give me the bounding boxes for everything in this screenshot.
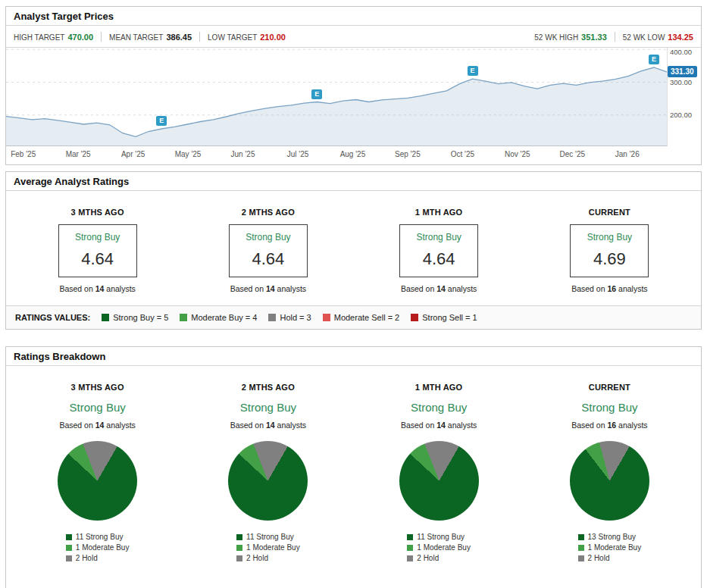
- hold-swatch-icon: [578, 555, 584, 561]
- moderate-buy-swatch-icon: [407, 545, 413, 551]
- x-axis-tick-label: Dec '25: [559, 150, 585, 158]
- based-on-prefix: Based on: [401, 421, 434, 430]
- based-on-suffix: analysts: [618, 284, 648, 293]
- rating-score-box: Strong Buy 4.64: [399, 224, 478, 277]
- based-on-prefix: Based on: [571, 421, 605, 430]
- ratings-pie-chart: [570, 441, 649, 521]
- x-axis-tick-label: Apr '25: [121, 150, 145, 158]
- period-label: 1 MTH AGO: [354, 208, 524, 217]
- y-axis-tick-label: 200.00: [670, 111, 692, 119]
- analyst-count: 14: [95, 421, 105, 430]
- rating-text: Strong Buy: [354, 401, 524, 414]
- strong-buy-swatch-icon: [66, 534, 72, 540]
- price-chart[interactable]: EEEE 400.00300.00200.00331.30 Feb '25Mar…: [6, 48, 701, 164]
- pie-legend-item-moderate-buy: 1 Moderate Buy: [578, 543, 642, 552]
- target-prices-title: Analyst Target Prices: [6, 7, 701, 26]
- pie-legend-item-hold: 2 Hold: [236, 554, 300, 562]
- based-on-prefix: Based on: [571, 284, 605, 293]
- hold-swatch-icon: [236, 555, 242, 561]
- legend-text: Hold = 3: [280, 313, 311, 322]
- based-on-text: Based on 14 analysts: [12, 284, 183, 293]
- legend-text: Strong Sell = 1: [422, 313, 477, 322]
- earnings-marker-icon[interactable]: E: [649, 55, 659, 64]
- ratings-values-label: RATINGS VALUES:: [15, 313, 90, 322]
- rating-score: 4.64: [59, 249, 136, 269]
- legend-item-strong-buy: Strong Buy = 5: [102, 313, 168, 322]
- analyst-count: 14: [95, 284, 105, 293]
- based-on-text: Based on 14 analysts: [183, 421, 353, 430]
- target-stats-right: 52 WK HIGH351.33 52 WK LOW134.25: [534, 30, 693, 43]
- 52wk-low-stat: 52 WK LOW134.25: [623, 30, 693, 43]
- average-ratings-title: Average Analyst Ratings: [6, 172, 701, 191]
- strong-sell-swatch-icon: [411, 314, 418, 321]
- analyst-count: 16: [607, 421, 616, 430]
- pie-legend-label: 11 Strong Buy: [417, 533, 465, 541]
- low-target-stat: LOW TARGET210.00: [208, 30, 286, 43]
- high-target-stat: HIGH TARGET470.00: [14, 30, 93, 43]
- pie-legend-label: 11 Strong Buy: [246, 533, 294, 541]
- hold-swatch-icon: [268, 314, 276, 321]
- price-chart-y-axis: 400.00300.00200.00331.30: [668, 48, 701, 146]
- hold-swatch-icon: [66, 555, 72, 561]
- based-on-suffix: analysts: [106, 284, 136, 293]
- rating-text: Strong Buy: [183, 401, 353, 414]
- period-label: 2 MTHS AGO: [183, 383, 353, 392]
- pie-legend: 13 Strong Buy 1 Moderate Buy 2 Hold: [578, 530, 642, 565]
- based-on-prefix: Based on: [59, 421, 92, 430]
- earnings-marker-icon[interactable]: E: [311, 89, 322, 99]
- pie-legend: 11 Strong Buy 1 Moderate Buy 2 Hold: [66, 530, 130, 565]
- earnings-marker-icon[interactable]: E: [156, 116, 167, 126]
- legend-item-strong-sell: Strong Sell = 1: [411, 313, 477, 322]
- pie-legend-label: 2 Hold: [246, 554, 268, 562]
- pie-legend-item-hold: 2 Hold: [578, 554, 642, 562]
- based-on-text: Based on 14 analysts: [354, 284, 524, 293]
- high-target-value: 470.00: [67, 33, 93, 42]
- pie-legend-item-hold: 2 Hold: [66, 554, 130, 562]
- legend-item-hold: Hold = 3: [268, 313, 311, 322]
- moderate-buy-swatch-icon: [180, 314, 187, 321]
- target-prices-panel: Analyst Target Prices HIGH TARGET470.00 …: [5, 6, 702, 165]
- pie-legend-label: 1 Moderate Buy: [76, 543, 130, 552]
- pie-legend: 11 Strong Buy 1 Moderate Buy 2 Hold: [407, 530, 471, 565]
- divider: [615, 32, 615, 42]
- price-line-chart-svg: [6, 48, 667, 146]
- period-label: 1 MTH AGO: [354, 383, 524, 392]
- avg-rating-column-1mth: 1 MTH AGO Strong Buy 4.64 Based on 14 an…: [354, 208, 524, 293]
- current-price-tag: 331.30: [668, 66, 697, 77]
- rating-text: Strong Buy: [524, 401, 695, 414]
- x-axis-tick-label: Jul '25: [287, 150, 309, 158]
- period-label: 3 MTHS AGO: [12, 383, 183, 392]
- rating-text: Strong Buy: [230, 232, 307, 242]
- rating-score-box: Strong Buy 4.69: [570, 224, 649, 277]
- pie-legend-item-moderate-buy: 1 Moderate Buy: [236, 543, 300, 552]
- mean-target-stat: MEAN TARGET386.45: [109, 30, 192, 43]
- rating-score-box: Strong Buy 4.64: [229, 224, 308, 277]
- breakdown-column-1mth: 1 MTH AGO Strong Buy Based on 14 analyst…: [354, 383, 524, 565]
- based-on-suffix: analysts: [448, 284, 477, 293]
- based-on-suffix: analysts: [277, 421, 307, 430]
- x-axis-tick-label: Jan '26: [615, 150, 640, 158]
- y-axis-tick-label: 300.00: [670, 78, 692, 86]
- moderate-sell-swatch-icon: [323, 314, 330, 321]
- rating-text: Strong Buy: [59, 232, 136, 242]
- pie-legend-item-strong-buy: 11 Strong Buy: [407, 533, 471, 541]
- price-chart-plot[interactable]: EEEE: [6, 48, 668, 146]
- legend-text: Strong Buy = 5: [113, 313, 168, 322]
- strong-buy-swatch-icon: [578, 534, 584, 540]
- moderate-buy-swatch-icon: [66, 545, 72, 551]
- based-on-prefix: Based on: [401, 284, 434, 293]
- pie-legend-item-hold: 2 Hold: [407, 554, 471, 562]
- breakdown-column-3mths: 3 MTHS AGO Strong Buy Based on 14 analys…: [12, 383, 183, 565]
- y-axis-tick-label: 400.00: [670, 48, 692, 56]
- x-axis-tick-label: Feb '25: [11, 150, 36, 158]
- strong-buy-swatch-icon: [102, 314, 109, 321]
- x-axis-tick-label: Jun '25: [231, 150, 255, 158]
- based-on-suffix: analysts: [277, 284, 307, 293]
- based-on-suffix: analysts: [448, 421, 477, 430]
- earnings-marker-icon[interactable]: E: [468, 66, 478, 76]
- period-label: CURRENT: [524, 383, 695, 392]
- pie-legend: 11 Strong Buy 1 Moderate Buy 2 Hold: [236, 530, 300, 565]
- analyst-count: 14: [266, 421, 275, 430]
- 52wk-high-stat: 52 WK HIGH351.33: [534, 30, 606, 43]
- pie-legend-label: 2 Hold: [417, 554, 439, 562]
